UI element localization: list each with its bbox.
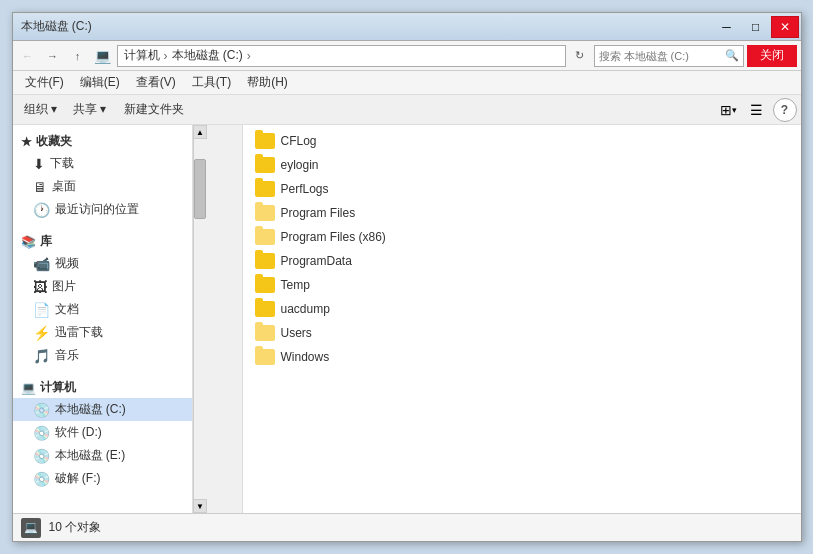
sidebar-item-pictures[interactable]: 🖼 图片 [13, 275, 192, 298]
file-item-perflogs[interactable]: PerfLogs [247, 177, 797, 201]
status-bar: 💻 10 个对象 [13, 513, 801, 541]
search-icon: 🔍 [725, 49, 739, 62]
window-title: 本地磁盘 (C:) [15, 18, 712, 35]
forward-button[interactable]: → [42, 45, 64, 67]
window-close-button[interactable]: ✕ [771, 16, 799, 38]
menu-help[interactable]: 帮助(H) [239, 71, 296, 94]
file-item-programdata[interactable]: ProgramData [247, 249, 797, 273]
list-view-button[interactable]: ☰ [745, 98, 769, 122]
back-button[interactable]: ← [17, 45, 39, 67]
sidebar-item-recent[interactable]: 🕐 最近访问的位置 [13, 198, 192, 221]
pictures-icon: 🖼 [33, 279, 47, 295]
library-label: 📚 库 [13, 229, 192, 252]
refresh-button[interactable]: ↻ [569, 45, 591, 67]
up-button[interactable]: ↑ [67, 45, 89, 67]
path-computer: 计算机 [124, 47, 160, 64]
path-dropdown-button[interactable]: 💻 [92, 45, 114, 67]
close-x-button[interactable]: 关闭 [747, 45, 797, 67]
folder-icon-programdata [255, 253, 275, 269]
menu-file[interactable]: 文件(F) [17, 71, 72, 94]
sidebar-item-music[interactable]: 🎵 音乐 [13, 344, 192, 367]
file-name-eylogin: eylogin [281, 158, 319, 172]
scroll-down-button[interactable]: ▼ [193, 499, 207, 513]
file-item-program-files-x86[interactable]: Program Files (x86) [247, 225, 797, 249]
list-icon: ☰ [750, 102, 763, 118]
file-name-program-files-x86: Program Files (x86) [281, 230, 386, 244]
file-name-temp: Temp [281, 278, 310, 292]
file-name-users: Users [281, 326, 312, 340]
computer-icon: 💻 [21, 381, 36, 395]
computer-section: 💻 计算机 💿 本地磁盘 (C:) 💿 软件 (D:) 💿 本地磁盘 (E:) [13, 375, 192, 490]
title-bar: 本地磁盘 (C:) ─ □ ✕ [13, 13, 801, 41]
help-icon: ? [781, 103, 788, 117]
folder-icon-eylogin [255, 157, 275, 173]
file-name-uacdump: uacdump [281, 302, 330, 316]
sidebar-item-drive-e[interactable]: 💿 本地磁盘 (E:) [13, 444, 192, 467]
folder-icon-users [255, 325, 275, 341]
favorites-icon: ★ [21, 135, 32, 149]
path-drive: 本地磁盘 (C:) [172, 47, 243, 64]
path-separator-2: › [247, 49, 251, 63]
organize-button[interactable]: 组织 ▾ [17, 98, 64, 122]
toolbar: 组织 ▾ 共享 ▾ 新建文件夹 ⊞ ▾ ☰ ? [13, 95, 801, 125]
dropdown-arrow-icon: ▾ [732, 105, 737, 115]
search-box[interactable]: 🔍 [594, 45, 744, 67]
folder-icon-uacdump [255, 301, 275, 317]
menu-bar: 文件(F) 编辑(E) 查看(V) 工具(T) 帮助(H) [13, 71, 801, 95]
computer-label: 💻 计算机 [13, 375, 192, 398]
folder-icon-program-files [255, 205, 275, 221]
drive-c-icon: 💿 [33, 402, 50, 418]
minimize-button[interactable]: ─ [713, 16, 741, 38]
file-item-users[interactable]: Users [247, 321, 797, 345]
file-item-cflog[interactable]: CFLog [247, 129, 797, 153]
file-name-programdata: ProgramData [281, 254, 352, 268]
scroll-up-button[interactable]: ▲ [193, 125, 207, 139]
favorites-label: ★ 收藏夹 [13, 129, 192, 152]
documents-icon: 📄 [33, 302, 50, 318]
file-item-program-files[interactable]: Program Files [247, 201, 797, 225]
sidebar-item-drive-d[interactable]: 💿 软件 (D:) [13, 421, 192, 444]
grid-icon: ⊞ [720, 102, 732, 118]
menu-tools[interactable]: 工具(T) [184, 71, 239, 94]
sidebar-item-drive-f[interactable]: 💿 破解 (F:) [13, 467, 192, 490]
file-name-cflog: CFLog [281, 134, 317, 148]
status-count: 10 个对象 [49, 519, 102, 536]
maximize-button[interactable]: □ [742, 16, 770, 38]
library-section: 📚 库 📹 视频 🖼 图片 📄 文档 [13, 229, 192, 367]
favorites-section: ★ 收藏夹 ⬇ 下载 🖥 桌面 🕐 最近访问的位置 [13, 129, 192, 221]
search-input[interactable] [599, 50, 725, 62]
folder-icon-windows [255, 349, 275, 365]
drive-f-icon: 💿 [33, 471, 50, 487]
videos-icon: 📹 [33, 256, 50, 272]
sidebar-item-thunder[interactable]: ⚡ 迅雷下载 [13, 321, 192, 344]
share-button[interactable]: 共享 ▾ [66, 98, 113, 122]
path-separator-1: › [164, 49, 168, 63]
grid-view-button[interactable]: ⊞ ▾ [717, 98, 741, 122]
menu-edit[interactable]: 编辑(E) [72, 71, 128, 94]
sidebar-item-videos[interactable]: 📹 视频 [13, 252, 192, 275]
address-path-field[interactable]: 计算机 › 本地磁盘 (C:) › [117, 45, 566, 67]
scroll-thumb[interactable] [194, 159, 206, 219]
help-button[interactable]: ? [773, 98, 797, 122]
folder-icon-cflog [255, 133, 275, 149]
sidebar-item-downloads[interactable]: ⬇ 下载 [13, 152, 192, 175]
file-item-eylogin[interactable]: eylogin [247, 153, 797, 177]
file-name-perflogs: PerfLogs [281, 182, 329, 196]
file-item-uacdump[interactable]: uacdump [247, 297, 797, 321]
library-icon: 📚 [21, 235, 36, 249]
thunder-icon: ⚡ [33, 325, 50, 341]
new-folder-button[interactable]: 新建文件夹 [115, 98, 193, 122]
sidebar-item-drive-c[interactable]: 💿 本地磁盘 (C:) [13, 398, 192, 421]
status-drive-icon: 💻 [21, 518, 41, 538]
scroll-thumb-area [194, 139, 206, 499]
sidebar-item-documents[interactable]: 📄 文档 [13, 298, 192, 321]
file-item-temp[interactable]: Temp [247, 273, 797, 297]
desktop-icon: 🖥 [33, 179, 47, 195]
file-item-windows[interactable]: Windows [247, 345, 797, 369]
sidebar-item-desktop[interactable]: 🖥 桌面 [13, 175, 192, 198]
menu-view[interactable]: 查看(V) [128, 71, 184, 94]
sidebar-panel: ★ 收藏夹 ⬇ 下载 🖥 桌面 🕐 最近访问的位置 [13, 125, 243, 513]
folder-icon-program-files-x86 [255, 229, 275, 245]
recent-icon: 🕐 [33, 202, 50, 218]
sidebar-scrollbar: ▲ ▼ [193, 125, 207, 513]
